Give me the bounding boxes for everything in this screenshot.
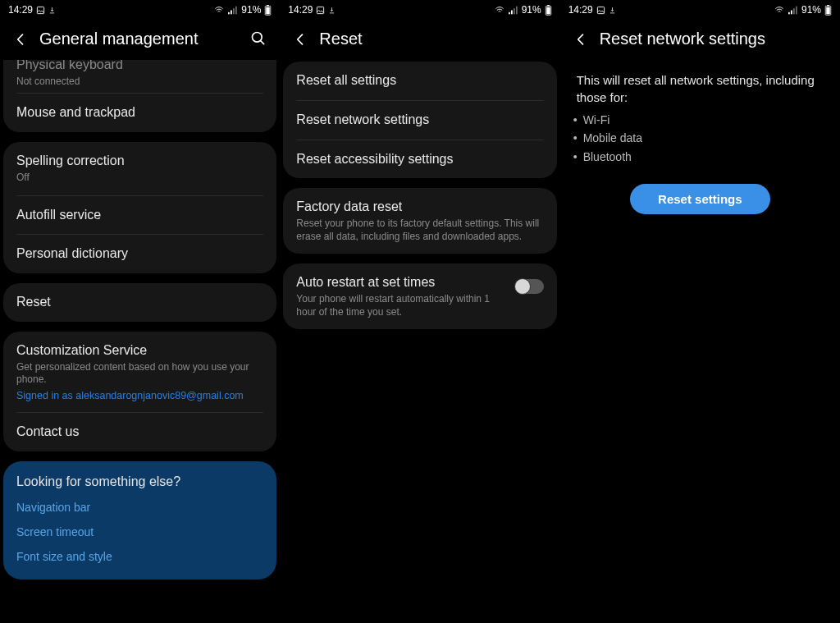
svg-rect-9: [317, 7, 324, 13]
svg-rect-17: [597, 7, 604, 13]
page-title: General management: [39, 30, 250, 48]
download-icon: [328, 6, 336, 15]
row-subtitle: Off: [16, 172, 263, 185]
svg-rect-18: [788, 11, 790, 13]
row-title: Spelling correction: [16, 153, 263, 170]
svg-rect-1: [228, 11, 230, 13]
svg-rect-4: [235, 6, 237, 14]
signin-link[interactable]: Signed in as aleksandarognjanovic89@gmai…: [16, 390, 263, 401]
bullet-list: Wi-Fi Mobile data Bluetooth: [560, 111, 840, 181]
page-title: Reset: [319, 30, 548, 48]
row-title: Reset all settings: [296, 72, 543, 89]
panel-reset-network: 14:29 91% Reset network settings This wi…: [560, 0, 840, 623]
row-title: Personal dictionary: [16, 245, 263, 263]
image-icon: [596, 6, 605, 15]
row-subtitle: Reset your phone to its factory default …: [296, 218, 543, 243]
wifi-icon: [774, 6, 785, 15]
svg-rect-23: [827, 5, 829, 6]
bullet-wifi: Wi-Fi: [583, 111, 824, 129]
row-autofill-service[interactable]: Autofill service: [3, 196, 276, 235]
panel-general-management: 14:29 91%: [0, 0, 280, 623]
battery-icon: [545, 5, 552, 16]
search-button[interactable]: [250, 30, 268, 48]
row-factory-data-reset[interactable]: Factory data reset Reset your phone to i…: [283, 188, 556, 254]
status-bar: 14:29 91%: [280, 0, 559, 20]
svg-rect-7: [267, 7, 271, 14]
svg-rect-6: [267, 5, 270, 6]
battery-icon: [264, 5, 272, 16]
battery-percent: 91%: [801, 4, 821, 16]
panel-reset: 14:29 91% Reset Reset all settings: [280, 0, 559, 623]
row-spelling-correction[interactable]: Spelling correction Off: [3, 142, 276, 195]
signal-icon: [788, 6, 798, 15]
row-reset-network-settings[interactable]: Reset network settings: [283, 101, 556, 140]
suggest-nav-bar[interactable]: Navigation bar: [16, 501, 263, 514]
battery-icon: [824, 5, 832, 16]
svg-rect-19: [791, 10, 792, 14]
status-time: 14:29: [8, 4, 33, 16]
row-title: Contact us: [16, 424, 263, 441]
download-icon: [609, 6, 616, 15]
back-button[interactable]: [11, 30, 30, 48]
row-reset-accessibility-settings[interactable]: Reset accessibility settings: [283, 140, 556, 179]
page-title: Reset network settings: [600, 30, 829, 48]
row-title: Reset: [16, 294, 263, 311]
row-title: Reset accessibility settings: [296, 151, 543, 168]
row-reset[interactable]: Reset: [3, 283, 276, 322]
header: Reset network settings: [560, 20, 840, 62]
row-subtitle: Your phone will restart automatically wi…: [296, 293, 507, 318]
row-title: Physical keyboard: [16, 60, 263, 74]
image-icon: [316, 6, 325, 15]
row-mouse-trackpad[interactable]: Mouse and trackpad: [3, 94, 276, 132]
svg-rect-11: [511, 10, 513, 14]
info-text: This will reset all network settings, in…: [560, 62, 840, 111]
download-icon: [48, 6, 56, 15]
back-button[interactable]: [291, 30, 309, 48]
svg-rect-3: [233, 8, 235, 14]
battery-percent: 91%: [241, 4, 261, 16]
row-title: Customization Service: [16, 342, 263, 360]
row-title: Mouse and trackpad: [16, 104, 263, 121]
wifi-icon: [213, 6, 225, 15]
row-title: Factory data reset: [296, 199, 543, 216]
status-time: 14:29: [568, 4, 593, 16]
svg-rect-2: [231, 10, 232, 14]
svg-rect-21: [796, 6, 797, 14]
row-subtitle: Get personalized content based on how yo…: [16, 361, 263, 387]
svg-rect-24: [826, 7, 830, 14]
suggest-title: Looking for something else?: [16, 474, 263, 489]
row-physical-keyboard[interactable]: Physical keyboard Not connected: [3, 60, 276, 93]
signal-icon: [509, 6, 518, 15]
back-button[interactable]: [572, 30, 590, 48]
row-personal-dictionary[interactable]: Personal dictionary: [3, 235, 276, 273]
row-subtitle: Not connected: [16, 76, 263, 89]
switch-knob: [514, 278, 531, 295]
svg-rect-13: [516, 6, 518, 14]
svg-rect-16: [546, 7, 550, 14]
wifi-icon: [494, 6, 505, 15]
status-bar: 14:29 91%: [0, 0, 280, 20]
suggestions-card: Looking for something else? Navigation b…: [3, 461, 276, 579]
svg-rect-10: [509, 11, 510, 13]
bullet-mobile-data: Mobile data: [583, 129, 824, 147]
row-title: Autofill service: [16, 207, 263, 224]
signal-icon: [228, 6, 238, 15]
row-customization-service[interactable]: Customization Service Get personalized c…: [3, 332, 276, 412]
suggest-screen-timeout[interactable]: Screen timeout: [16, 525, 263, 538]
row-contact-us[interactable]: Contact us: [3, 413, 276, 451]
auto-restart-toggle[interactable]: [516, 279, 544, 294]
bullet-bluetooth: Bluetooth: [583, 148, 824, 166]
row-reset-all-settings[interactable]: Reset all settings: [283, 62, 556, 100]
row-title: Reset network settings: [296, 112, 543, 129]
header: Reset: [280, 20, 559, 62]
reset-settings-button[interactable]: Reset settings: [630, 184, 770, 214]
status-bar: 14:29 91%: [560, 0, 840, 20]
svg-rect-12: [514, 8, 515, 14]
row-auto-restart[interactable]: Auto restart at set times Your phone wil…: [283, 263, 556, 329]
svg-rect-15: [547, 5, 550, 6]
header: General management: [0, 20, 280, 62]
status-time: 14:29: [288, 4, 313, 16]
battery-percent: 91%: [522, 4, 541, 16]
suggest-font-size[interactable]: Font size and style: [16, 550, 263, 563]
svg-rect-20: [793, 8, 795, 14]
